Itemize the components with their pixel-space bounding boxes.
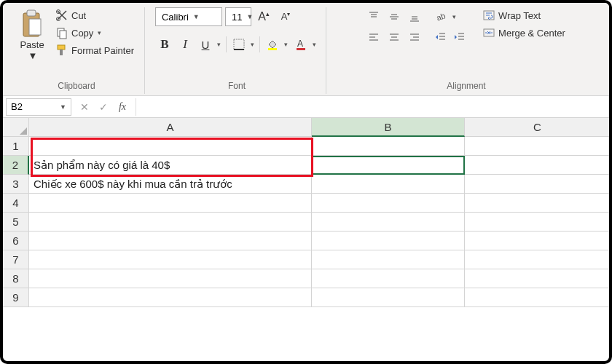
- clipboard-group-label: Clipboard: [58, 79, 95, 94]
- decrease-indent-icon: [435, 31, 447, 43]
- clipboard-group: Paste ▼ Cut Copy ▾ Format Painter C: [9, 7, 145, 94]
- chevron-down-icon: ▾: [450, 13, 458, 20]
- bold-button[interactable]: B: [155, 35, 174, 54]
- merge-icon: [482, 26, 495, 39]
- decrease-font-button[interactable]: A▾: [276, 7, 295, 26]
- chevron-down-icon: ▼: [246, 13, 253, 20]
- wrap-text-icon: [482, 9, 495, 22]
- align-middle-button[interactable]: [385, 7, 404, 26]
- border-icon: [230, 35, 248, 54]
- align-bottom-button[interactable]: [405, 7, 424, 26]
- cell-B1[interactable]: [312, 137, 465, 156]
- copy-label: Copy: [71, 28, 93, 39]
- font-size-value: 11: [232, 12, 242, 23]
- cell-B5[interactable]: [312, 213, 465, 232]
- font-color-button[interactable]: A ▾: [291, 35, 318, 54]
- cell-C1[interactable]: [465, 137, 611, 156]
- alignment-group-label: Alignment: [447, 79, 485, 94]
- font-color-icon: A: [291, 35, 310, 54]
- cell-A1[interactable]: [29, 137, 312, 156]
- cell-C2[interactable]: [465, 156, 611, 175]
- row-header-4[interactable]: 4: [3, 194, 29, 213]
- cell-A6[interactable]: [29, 232, 312, 250]
- chevron-down-icon: ▾: [98, 29, 101, 36]
- name-box-value: B2: [11, 101, 23, 112]
- row-header-5[interactable]: 5: [3, 213, 29, 232]
- cell-B4[interactable]: [312, 194, 465, 213]
- paintbrush-icon: [55, 44, 68, 57]
- align-left-button[interactable]: [364, 28, 383, 47]
- cell-C7[interactable]: [465, 250, 611, 269]
- cell-A3[interactable]: Chiếc xe 600$ này khi mua cần trả trước: [29, 175, 312, 194]
- wrap-text-button[interactable]: Wrap Text: [479, 7, 568, 23]
- increase-indent-button[interactable]: [450, 28, 469, 47]
- cell-A4[interactable]: [29, 194, 312, 213]
- cell-B7[interactable]: [312, 250, 465, 269]
- borders-button[interactable]: ▾: [230, 35, 256, 54]
- font-group: Calibri ▼ 11 ▼ A▴ A▾ B I U ▾: [148, 7, 326, 94]
- cell-B9[interactable]: [312, 288, 465, 307]
- insert-function-button[interactable]: fx: [114, 98, 131, 116]
- cell-B6[interactable]: [312, 232, 465, 250]
- formula-input[interactable]: [136, 98, 609, 116]
- row-header-7[interactable]: 7: [3, 250, 29, 269]
- italic-button[interactable]: I: [176, 35, 195, 54]
- font-size-combo[interactable]: 11 ▼: [225, 7, 251, 26]
- copy-button[interactable]: Copy ▾: [52, 25, 137, 41]
- enter-button[interactable]: ✓: [95, 98, 112, 116]
- cut-button[interactable]: Cut: [52, 7, 137, 23]
- row-header-8[interactable]: 8: [3, 269, 29, 288]
- column-header-B[interactable]: B: [312, 118, 465, 137]
- chevron-down-icon: ▼: [193, 13, 200, 20]
- chevron-down-icon: ▾: [215, 41, 223, 48]
- decrease-indent-button[interactable]: [431, 28, 450, 47]
- format-painter-label: Format Painter: [71, 45, 134, 56]
- cell-B2[interactable]: [312, 156, 465, 175]
- align-center-icon: [388, 31, 400, 43]
- column-header-A[interactable]: A: [29, 118, 312, 137]
- name-box[interactable]: B2 ▼: [6, 98, 71, 116]
- underline-button[interactable]: U ▾: [196, 35, 223, 54]
- row-header-3[interactable]: 3: [3, 175, 29, 194]
- cell-A2[interactable]: Sản phẩm này có giá là 40$: [29, 156, 312, 175]
- format-painter-button[interactable]: Format Painter: [52, 42, 137, 58]
- fill-color-icon: [263, 35, 282, 54]
- row-header-6[interactable]: 6: [3, 232, 29, 250]
- align-bottom-icon: [409, 11, 420, 23]
- cell-C4[interactable]: [465, 194, 611, 213]
- align-right-button[interactable]: [405, 28, 424, 47]
- align-center-button[interactable]: [385, 28, 404, 47]
- scissors-icon: [55, 9, 68, 22]
- underline-icon: U: [196, 35, 215, 54]
- orientation-button[interactable]: ab ▾: [431, 7, 469, 26]
- cell-A5[interactable]: [29, 213, 312, 232]
- merge-center-button[interactable]: Merge & Center: [479, 25, 568, 41]
- svg-rect-6: [60, 31, 66, 39]
- cancel-button[interactable]: ✕: [76, 98, 93, 116]
- font-name-combo[interactable]: Calibri ▼: [155, 7, 222, 26]
- select-all-corner[interactable]: [3, 118, 29, 137]
- row-header-1[interactable]: 1: [3, 137, 29, 156]
- svg-rect-8: [60, 50, 63, 55]
- cell-C3[interactable]: [465, 175, 611, 194]
- increase-font-button[interactable]: A▴: [254, 7, 273, 26]
- row-header-9[interactable]: 9: [3, 288, 29, 307]
- cell-A7[interactable]: [29, 250, 312, 269]
- paste-button[interactable]: Paste ▼: [16, 7, 48, 63]
- align-top-button[interactable]: [364, 7, 383, 26]
- font-name-value: Calibri: [162, 12, 189, 23]
- cell-B8[interactable]: [312, 269, 465, 288]
- cell-C9[interactable]: [465, 288, 611, 307]
- align-right-icon: [409, 31, 420, 43]
- fill-color-button[interactable]: ▾: [263, 35, 290, 54]
- cell-C6[interactable]: [465, 232, 611, 250]
- column-header-C[interactable]: C: [465, 118, 611, 137]
- cell-C8[interactable]: [465, 269, 611, 288]
- svg-rect-7: [58, 45, 65, 50]
- row-header-2[interactable]: 2: [3, 156, 29, 175]
- cell-B3[interactable]: [312, 175, 465, 194]
- cell-A8[interactable]: [29, 269, 312, 288]
- cell-A9[interactable]: [29, 288, 312, 307]
- cell-C5[interactable]: [465, 213, 611, 232]
- orientation-icon: ab: [431, 7, 450, 26]
